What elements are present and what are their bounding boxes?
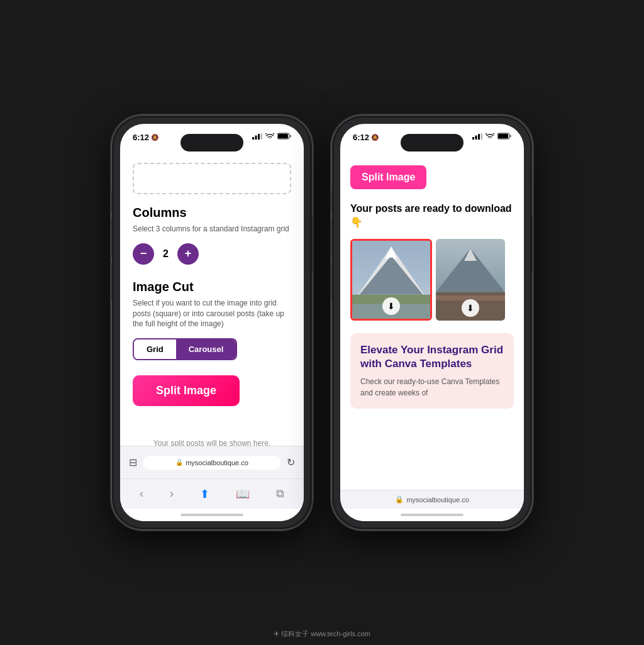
download-icon-1[interactable]: ⬇	[382, 297, 400, 315]
battery-icon-right	[497, 133, 511, 141]
status-icons-left	[252, 133, 291, 141]
svg-rect-12	[498, 134, 508, 138]
grid-toggle-button[interactable]: Grid	[134, 339, 176, 359]
nav-forward-icon[interactable]: ›	[170, 487, 174, 500]
nav-bar-left: ‹ › ⬆ 📖 ⧉	[120, 478, 304, 509]
time-left: 6:12 🔕	[133, 133, 158, 142]
svg-rect-10	[481, 133, 483, 140]
left-phone: 6:12 🔕	[111, 115, 313, 530]
svg-rect-13	[510, 135, 511, 138]
columns-title: Columns	[133, 206, 291, 220]
promo-title: Elevate Your Instagram Grid with Canva T…	[360, 343, 504, 371]
battery-icon-left	[277, 133, 291, 141]
left-phone-content: Columns Select 3 columns for a standard …	[120, 157, 304, 521]
image-cut-desc: Select if you want to cut the image into…	[133, 298, 291, 329]
right-phone-content: Split Image Your posts are ready to down…	[340, 157, 524, 521]
svg-rect-7	[472, 137, 474, 140]
side-button-silent-r	[331, 190, 332, 212]
image-cut-title: Image Cut	[133, 280, 291, 294]
time-right: 6:12 🔕	[353, 133, 379, 142]
image-cut-toggle-group: Grid Carousel	[133, 338, 237, 360]
dashed-border	[133, 163, 291, 194]
url-bar-left[interactable]: 🔒 mysocialboutique.co	[143, 456, 280, 470]
lock-icon-left: 🔒	[175, 459, 183, 466]
promo-desc: Check our ready-to-use Canva Templates a…	[360, 376, 504, 399]
svg-rect-9	[478, 134, 480, 140]
refresh-icon-left[interactable]: ↻	[287, 456, 295, 468]
svg-rect-1	[255, 135, 257, 140]
right-scroll-area[interactable]: Split Image Your posts are ready to down…	[340, 157, 524, 490]
nav-tabs-icon[interactable]: ⧉	[276, 487, 284, 500]
side-button-vol-up	[111, 219, 112, 256]
image-cell-1[interactable]: ⬇	[350, 239, 432, 321]
url-right: mysocialboutique.co	[406, 496, 469, 504]
status-icons-right	[472, 133, 511, 141]
watermark: ✈ 综科女子 www.tech-girls.com	[274, 629, 370, 639]
image-cell-2[interactable]: ⬇	[436, 239, 505, 321]
nav-bookmarks-icon[interactable]: 📖	[236, 487, 250, 501]
svg-rect-5	[278, 134, 288, 138]
dynamic-island-right	[401, 134, 464, 152]
bell-icon-right: 🔕	[371, 134, 379, 141]
left-scroll-area[interactable]: Columns Select 3 columns for a standard …	[120, 157, 304, 446]
side-button-vol-down-r	[331, 263, 332, 300]
columns-counter: − 2 +	[133, 243, 291, 265]
right-scroll-inner: Split Image Your posts are ready to down…	[340, 157, 524, 490]
promo-section: Elevate Your Instagram Grid with Canva T…	[350, 333, 514, 409]
home-indicator-right	[340, 509, 524, 521]
ready-emoji: 👇	[350, 216, 514, 229]
right-bottom-bar: 🔒 mysocialboutique.co	[340, 490, 524, 509]
minus-button[interactable]: −	[133, 243, 154, 265]
side-button-vol-down	[111, 263, 112, 300]
side-button-vol-up-r	[331, 219, 332, 256]
dynamic-island-left	[180, 134, 243, 152]
svg-rect-3	[261, 133, 263, 140]
browser-bar-left: ⊟ 🔒 mysocialboutique.co ↻	[120, 446, 304, 478]
lock-icon-right: 🔒	[395, 495, 404, 504]
wifi-icon-left	[265, 133, 274, 141]
url-text-left: mysocialboutique.co	[186, 459, 248, 466]
nav-share-icon[interactable]: ⬆	[200, 487, 209, 501]
columns-desc: Select 3 columns for a standard Instagra…	[133, 224, 291, 234]
download-icon-2[interactable]: ⬇	[462, 299, 479, 317]
svg-rect-2	[258, 134, 260, 140]
signal-icon-right	[472, 133, 482, 141]
scene: 6:12 🔕	[111, 115, 533, 530]
svg-rect-8	[475, 135, 477, 140]
counter-value: 2	[163, 248, 169, 260]
home-indicator-left	[120, 509, 304, 521]
side-button-power	[312, 216, 313, 272]
side-button-power-r	[532, 216, 533, 272]
image-grid: ⬇	[350, 239, 514, 321]
split-image-header-button[interactable]: Split Image	[350, 165, 426, 189]
split-image-button[interactable]: Split Image	[133, 375, 240, 406]
plus-button[interactable]: +	[177, 243, 199, 265]
svg-rect-0	[252, 137, 254, 140]
empty-state: Your split posts will be shown here. Hit…	[133, 425, 291, 446]
empty-state-line1: Your split posts will be shown here.	[153, 439, 270, 446]
signal-icon-left	[252, 133, 262, 141]
nav-back-icon[interactable]: ‹	[140, 487, 143, 500]
bell-icon-left: 🔕	[151, 134, 158, 141]
svg-rect-6	[290, 135, 291, 138]
ready-text: Your posts are ready to download 👇	[350, 202, 514, 230]
carousel-toggle-button[interactable]: Carousel	[176, 339, 236, 359]
browser-menu-icon[interactable]: ⊟	[129, 456, 137, 468]
wifi-icon-right	[486, 133, 494, 141]
right-phone: 6:12 🔕	[331, 115, 533, 530]
side-button-silent	[111, 190, 112, 212]
